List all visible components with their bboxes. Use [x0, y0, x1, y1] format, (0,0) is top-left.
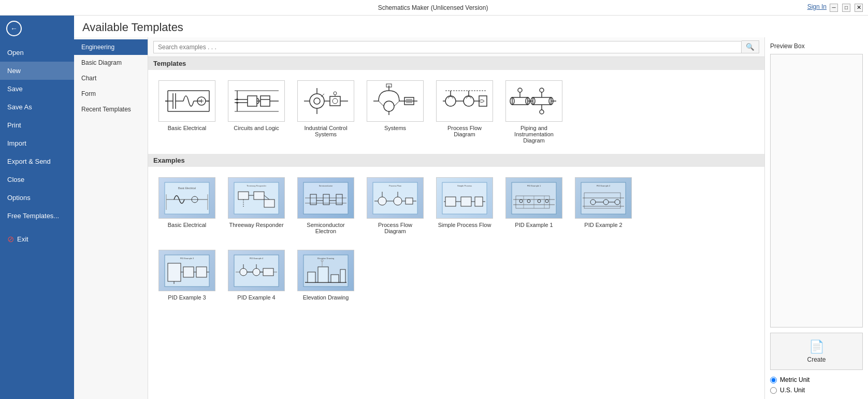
- template-systems[interactable]: Systems: [361, 75, 429, 149]
- svg-point-35: [334, 92, 337, 95]
- preview-title: Preview Box: [770, 42, 863, 50]
- example-pid4[interactable]: PID Example 4: [223, 245, 290, 306]
- subnav-form[interactable]: Form: [74, 86, 148, 102]
- minimize-button[interactable]: ─: [830, 4, 838, 12]
- metric-unit-option[interactable]: Metric Unit: [770, 376, 863, 383]
- sidebar-item-save-as[interactable]: Save As: [0, 98, 74, 116]
- svg-rect-140: [168, 263, 181, 281]
- thumb-semiconductor: Semiconductor: [297, 177, 354, 219]
- preview-box: [770, 54, 863, 327]
- subnav-engineering[interactable]: Engineering: [74, 39, 148, 55]
- svg-rect-109: [445, 197, 456, 206]
- svg-point-30: [332, 98, 338, 104]
- svg-text:Basic Electrical: Basic Electrical: [178, 187, 196, 190]
- svg-rect-81: [238, 192, 249, 200]
- svg-text:Elevation Drawing: Elevation Drawing: [317, 257, 334, 260]
- example-label-simple-process: Simple Process Flow: [438, 222, 491, 228]
- example-label-pid3: PID Example 3: [168, 294, 206, 301]
- svg-text:PID Example 4: PID Example 4: [250, 257, 264, 260]
- svg-text:Semiconductor: Semiconductor: [319, 184, 333, 187]
- examples-grid-2: PID Example 3: [153, 245, 759, 306]
- sidebar-item-print[interactable]: Print: [0, 116, 74, 134]
- sidebar-item-exit[interactable]: ⊘ Exit: [0, 229, 74, 249]
- template-icon-basic-electrical: [158, 80, 215, 122]
- window-controls[interactable]: ─ □ ✕: [830, 4, 863, 12]
- svg-point-22: [236, 102, 238, 104]
- example-basic-electrical[interactable]: Basic Electrical Basic Electri: [153, 172, 221, 239]
- subnav-recent[interactable]: Recent Templates: [74, 102, 148, 117]
- svg-rect-82: [254, 192, 264, 200]
- sidebar-item-open[interactable]: Open: [0, 44, 74, 62]
- page-title: Available Templates: [74, 16, 868, 37]
- sidebar-item-export[interactable]: Export & Send: [0, 152, 74, 170]
- restore-button[interactable]: □: [842, 4, 850, 12]
- example-simple-process[interactable]: Simple Process: [431, 172, 498, 239]
- svg-point-50: [445, 96, 456, 106]
- template-basic-electrical[interactable]: Basic Electrical: [153, 75, 221, 149]
- example-elevation[interactable]: Elevation Drawing: [292, 245, 359, 306]
- template-piping[interactable]: Piping and Instrumentation Diagram: [500, 75, 568, 149]
- template-icon-process-flow: [436, 80, 493, 122]
- sidebar-item-import[interactable]: Import: [0, 134, 74, 152]
- svg-rect-141: [183, 267, 194, 277]
- subnav-chart[interactable]: Chart: [74, 70, 148, 86]
- sidebar-item-options[interactable]: Options: [0, 189, 74, 207]
- example-semiconductor[interactable]: Semiconductor: [292, 172, 359, 239]
- sidebar-item-new[interactable]: New: [0, 62, 74, 80]
- sidebar-item-free-templates[interactable]: Free Templates...: [0, 207, 74, 225]
- template-circuits-logic[interactable]: Circuits and Logic: [223, 75, 290, 149]
- example-pid1[interactable]: PID Example 1: [500, 172, 568, 239]
- back-button[interactable]: ←: [0, 16, 74, 41]
- template-process-flow[interactable]: Process Flow Diagram: [431, 75, 498, 149]
- svg-line-42: [379, 101, 384, 106]
- svg-rect-162: [331, 275, 339, 282]
- svg-rect-18: [261, 96, 270, 106]
- svg-rect-128: [581, 182, 626, 214]
- example-process-flow[interactable]: Process Flow: [361, 172, 429, 239]
- svg-rect-111: [475, 197, 483, 206]
- svg-text:PID Example 1: PID Example 1: [527, 184, 541, 187]
- us-radio[interactable]: [770, 387, 777, 394]
- sign-in-button[interactable]: Sign In: [807, 3, 827, 10]
- template-label-basic-electrical: Basic Electrical: [168, 125, 207, 131]
- unit-options: Metric Unit U.S. Unit: [770, 376, 863, 394]
- sidebar-item-save[interactable]: Save: [0, 80, 74, 98]
- svg-text:Threeway Responder: Threeway Responder: [247, 184, 267, 187]
- example-pid2[interactable]: PID Example 2: [570, 172, 637, 239]
- svg-point-21: [236, 98, 238, 101]
- svg-rect-83: [264, 200, 274, 207]
- piping-svg: [510, 83, 559, 119]
- svg-point-53: [464, 96, 474, 106]
- create-button[interactable]: 📄 Create: [770, 333, 863, 370]
- thumb-pid4: PID Example 4: [228, 250, 285, 291]
- example-threeway[interactable]: Threeway Responder: [223, 172, 290, 239]
- thumb-pid3: PID Example 3: [158, 250, 215, 291]
- search-button[interactable]: 🔍: [742, 40, 759, 53]
- sidebar-item-close[interactable]: Close: [0, 170, 74, 189]
- close-button[interactable]: ✕: [855, 4, 863, 12]
- svg-line-43: [394, 101, 399, 106]
- example-label-elevation: Elevation Drawing: [303, 294, 349, 301]
- process-flow-svg: [440, 83, 489, 119]
- template-label-industrial-control: Industrial Control Systems: [297, 125, 354, 137]
- create-label: Create: [807, 356, 826, 363]
- template-industrial-control[interactable]: Industrial Control Systems: [292, 75, 359, 149]
- template-label-systems: Systems: [384, 125, 406, 131]
- thumb-pid2: PID Example 2: [575, 177, 632, 219]
- svg-point-68: [518, 88, 522, 92]
- example-pid3[interactable]: PID Example 3: [153, 245, 221, 306]
- basic-electrical-svg: [163, 83, 212, 119]
- example-label-semiconductor: Semiconductor Electron: [297, 222, 354, 234]
- thumb-basic-electrical: Basic Electrical: [158, 177, 215, 219]
- thumb-threeway: Threeway Responder: [228, 177, 285, 219]
- metric-radio[interactable]: [770, 377, 777, 383]
- us-unit-option[interactable]: U.S. Unit: [770, 387, 863, 394]
- svg-rect-55: [479, 96, 487, 106]
- search-input[interactable]: [153, 41, 742, 53]
- svg-point-99: [394, 197, 402, 205]
- subnav-basic-diagram[interactable]: Basic Diagram: [74, 55, 148, 70]
- svg-rect-100: [406, 198, 413, 204]
- systems-svg: [371, 83, 420, 119]
- example-label-threeway: Threeway Responder: [229, 222, 283, 228]
- example-label-basic-electrical: Basic Electrical: [168, 222, 207, 228]
